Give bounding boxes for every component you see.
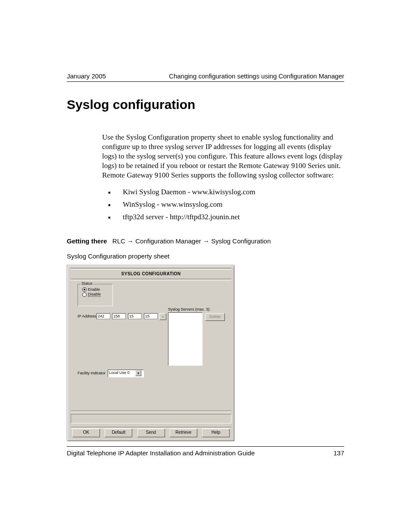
getting-there-path: RLC → Configuration Manager → Syslog Con…	[112, 237, 271, 245]
arrow-right-icon: ›	[162, 315, 164, 319]
bullet-item: Kiwi Syslog Daemon - www.kiwisyslog.com	[123, 186, 344, 199]
status-groupbox: Status Enable Disable	[78, 284, 113, 306]
figure-caption: Syslog Configuration property sheet	[67, 252, 344, 260]
status-bar-strip	[71, 414, 231, 423]
retrieve-button[interactable]: Retrieve	[170, 429, 197, 437]
disable-label: Disable	[88, 292, 101, 297]
section-heading: Syslog configuration	[67, 97, 344, 112]
syslog-config-dialog: SYSLOG CONFIGURATION Status Enable Disab…	[67, 265, 235, 442]
enable-label: Enable	[88, 287, 100, 292]
ip-address-label: IP Address	[78, 314, 96, 318]
delete-button[interactable]: Delete	[205, 313, 225, 321]
send-button[interactable]: Send	[137, 429, 165, 437]
header-chapter: Changing configuration settings using Co…	[169, 72, 344, 80]
disable-radio[interactable]: Disable	[82, 292, 110, 297]
add-ip-button[interactable]: ›	[159, 313, 166, 320]
ip-octet-1[interactable]: 242	[97, 313, 110, 319]
ip-octet-4[interactable]: 15	[144, 313, 158, 319]
ip-octet-3[interactable]: 15	[128, 313, 142, 319]
syslog-servers-listbox[interactable]	[168, 312, 202, 366]
ip-octet-2[interactable]: 158	[112, 313, 126, 319]
bullet-item: WinSyslog - www.winsyslog.com	[123, 199, 344, 211]
facility-indicator-label: Facility Indicator	[78, 371, 106, 375]
footer-title: Digital Telephone IP Adapter Installatio…	[67, 449, 255, 457]
default-button[interactable]: Default	[105, 429, 132, 437]
chevron-down-icon: ▼	[137, 372, 140, 375]
dialog-title: SYSLOG CONFIGURATION	[68, 270, 234, 277]
header-date: January 2005	[67, 72, 106, 80]
bullet-item: tftp32d server - http://tftpd32.jounin.n…	[123, 211, 344, 224]
getting-there-label: Getting there	[67, 237, 107, 245]
help-button[interactable]: Help	[202, 429, 230, 437]
ok-button[interactable]: OK	[72, 429, 100, 437]
status-legend: Status	[81, 281, 93, 286]
enable-radio[interactable]: Enable	[82, 287, 110, 292]
syslog-servers-label: Syslog Servers (max. 3):	[168, 307, 211, 311]
facility-dropdown-arrow[interactable]: ▼	[135, 370, 141, 376]
getting-there-line: Getting there RLC → Configuration Manage…	[67, 237, 344, 245]
page-number: 137	[333, 449, 344, 457]
intro-paragraph: Use the Syslog Configuration property sh…	[102, 133, 344, 180]
